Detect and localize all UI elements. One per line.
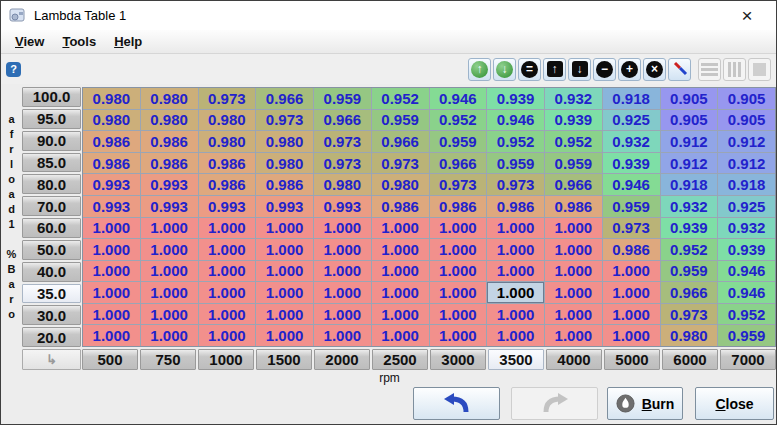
table-cell[interactable]: 0.918 [661, 174, 718, 195]
row-header[interactable]: 85.0 [22, 153, 81, 173]
table-cell[interactable]: 1.000 [256, 239, 313, 260]
table-cell[interactable]: 1.000 [314, 218, 371, 239]
table-cell[interactable]: 0.986 [487, 196, 544, 217]
table-cell[interactable]: 0.980 [256, 131, 313, 152]
table-cell[interactable]: 1.000 [199, 304, 256, 325]
table-cell[interactable]: 0.932 [545, 88, 602, 109]
increase-selected-button[interactable]: ↑ [468, 58, 491, 81]
row-header[interactable]: 70.0 [22, 196, 81, 216]
menu-help[interactable]: Help [105, 32, 151, 51]
table-cell[interactable]: 1.000 [487, 325, 544, 346]
table-cell[interactable]: 0.973 [199, 88, 256, 109]
table-cell[interactable]: 0.980 [314, 174, 371, 195]
column-header[interactable]: 6000 [662, 349, 718, 370]
table-cell[interactable]: 0.986 [199, 174, 256, 195]
add-button[interactable]: + [618, 58, 641, 81]
table-cell[interactable]: 1.000 [83, 239, 140, 260]
column-header[interactable]: 4000 [546, 349, 602, 370]
table-cell[interactable]: 0.986 [545, 196, 602, 217]
table-cell[interactable]: 0.980 [661, 325, 718, 346]
redo-button[interactable] [511, 387, 598, 420]
table-cell[interactable]: 1.000 [83, 325, 140, 346]
interpolate-columns-button[interactable] [723, 58, 746, 81]
table-cell[interactable]: 0.912 [718, 153, 775, 174]
table-cell[interactable]: 0.925 [718, 196, 775, 217]
table-cell[interactable]: 1.000 [141, 304, 198, 325]
table-cell[interactable]: 0.980 [141, 88, 198, 109]
table-cell[interactable]: 0.905 [718, 88, 775, 109]
table-cell[interactable]: 1.000 [545, 218, 602, 239]
subtract-button[interactable]: − [593, 58, 616, 81]
column-header[interactable]: 2000 [314, 349, 370, 370]
shift-up-button[interactable]: ↑ [543, 58, 566, 81]
table-cell[interactable]: 1.000 [141, 239, 198, 260]
table-cell[interactable]: 0.986 [256, 174, 313, 195]
table-cell[interactable]: 0.946 [430, 88, 487, 109]
table-cell[interactable]: 0.980 [83, 88, 140, 109]
table-cell[interactable]: 0.959 [430, 131, 487, 152]
table-cell[interactable]: 0.925 [603, 110, 660, 131]
table-cell[interactable]: 0.959 [603, 196, 660, 217]
table-cell[interactable]: 0.946 [718, 261, 775, 282]
table-cell[interactable]: 0.980 [141, 110, 198, 131]
interpolate-block-button[interactable] [748, 58, 771, 81]
table-cell-selected[interactable]: 1.000 [487, 282, 544, 303]
table-cell[interactable]: 0.946 [603, 174, 660, 195]
row-header[interactable]: 90.0 [22, 131, 81, 151]
row-header[interactable]: 60.0 [22, 218, 81, 238]
table-cell[interactable]: 0.918 [718, 174, 775, 195]
table-cell[interactable]: 0.959 [487, 153, 544, 174]
table-cell[interactable]: 0.980 [372, 174, 429, 195]
table-cell[interactable]: 1.000 [487, 239, 544, 260]
table-cell[interactable]: 0.973 [314, 131, 371, 152]
edit-cell-button[interactable] [668, 58, 691, 81]
table-cell[interactable]: 0.986 [141, 153, 198, 174]
table-cell[interactable]: 0.993 [83, 174, 140, 195]
table-cell[interactable]: 0.993 [83, 196, 140, 217]
table-cell[interactable]: 1.000 [545, 325, 602, 346]
column-header[interactable]: 750 [140, 349, 196, 370]
table-cell[interactable]: 0.952 [718, 304, 775, 325]
table-cell[interactable]: 0.939 [661, 218, 718, 239]
table-cell[interactable]: 0.986 [603, 239, 660, 260]
table-cell[interactable]: 1.000 [83, 218, 140, 239]
burn-button[interactable]: Burn [607, 387, 683, 420]
table-cell[interactable]: 0.912 [718, 131, 775, 152]
row-header[interactable]: 100.0 [22, 87, 81, 107]
table-cell[interactable]: 1.000 [430, 304, 487, 325]
table-cell[interactable]: 0.986 [141, 131, 198, 152]
table-cell[interactable]: 1.000 [430, 325, 487, 346]
table-cell[interactable]: 0.959 [372, 110, 429, 131]
table-cell[interactable]: 0.973 [603, 218, 660, 239]
table-cell[interactable]: 0.973 [487, 174, 544, 195]
row-header[interactable]: 95.0 [22, 109, 81, 129]
table-cell[interactable]: 1.000 [314, 304, 371, 325]
decrease-selected-button[interactable]: ↓ [493, 58, 516, 81]
table-cell[interactable]: 0.952 [545, 131, 602, 152]
table-cell[interactable]: 0.939 [545, 110, 602, 131]
table-cell[interactable]: 0.986 [199, 153, 256, 174]
table-cell[interactable]: 1.000 [372, 325, 429, 346]
table-cell[interactable]: 1.000 [141, 282, 198, 303]
table-cell[interactable]: 1.000 [314, 239, 371, 260]
table-cell[interactable]: 0.993 [141, 196, 198, 217]
multiply-button[interactable]: × [643, 58, 666, 81]
table-cell[interactable]: 1.000 [256, 282, 313, 303]
table-cell[interactable]: 0.959 [314, 88, 371, 109]
undo-button[interactable] [413, 387, 500, 420]
table-cell[interactable]: 0.966 [661, 282, 718, 303]
table-cell[interactable]: 0.905 [661, 88, 718, 109]
table-cell[interactable]: 1.000 [372, 261, 429, 282]
table-cell[interactable]: 1.000 [141, 261, 198, 282]
table-cell[interactable]: 0.973 [256, 110, 313, 131]
row-header[interactable]: 50.0 [22, 240, 81, 260]
table-cell[interactable]: 1.000 [314, 325, 371, 346]
table-cell[interactable]: 1.000 [487, 261, 544, 282]
table-cell[interactable]: 0.980 [199, 131, 256, 152]
table-cell[interactable]: 0.973 [314, 153, 371, 174]
table-cell[interactable]: 1.000 [83, 282, 140, 303]
table-cell[interactable]: 1.000 [603, 282, 660, 303]
table-cell[interactable]: 1.000 [314, 282, 371, 303]
table-cell[interactable]: 0.959 [545, 153, 602, 174]
table-cell[interactable]: 0.939 [487, 88, 544, 109]
